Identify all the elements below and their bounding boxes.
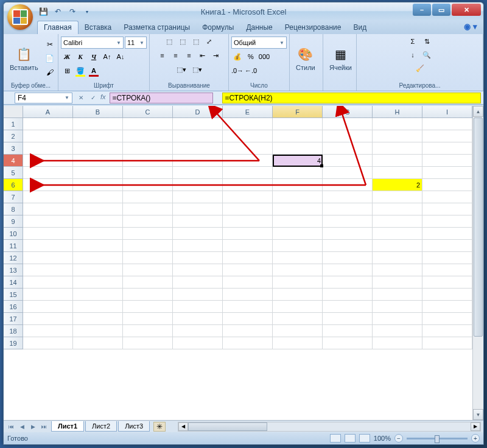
cell-C19[interactable]	[123, 337, 173, 349]
merge-button[interactable]: ⬚▾	[190, 63, 205, 75]
cell-G3[interactable]	[323, 142, 373, 155]
column-header-E[interactable]: E	[223, 106, 273, 118]
help-icon[interactable]: ◉ ▾	[464, 22, 477, 31]
cell-H14[interactable]	[373, 276, 422, 289]
cell-F14[interactable]	[273, 276, 323, 289]
cell-H9[interactable]	[373, 215, 422, 228]
row-header-9[interactable]: 9	[4, 215, 23, 228]
cells-button[interactable]: ▦Ячейки	[326, 43, 356, 74]
wrap-text-button[interactable]: ⬚▾	[174, 63, 189, 75]
cell-A16[interactable]	[23, 301, 73, 313]
cell-E9[interactable]	[223, 215, 273, 228]
cell-F11[interactable]	[273, 240, 323, 252]
bold-button[interactable]: Ж	[61, 51, 73, 63]
cell-C7[interactable]	[123, 191, 173, 203]
cell-H2[interactable]	[373, 130, 422, 142]
cell-H19[interactable]	[373, 337, 422, 349]
sheet-tab-2[interactable]: Лист2	[85, 421, 117, 432]
cell-I6[interactable]	[422, 179, 472, 191]
column-header-H[interactable]: H	[373, 106, 422, 118]
cell-G12[interactable]	[323, 252, 373, 264]
cell-H10[interactable]	[373, 228, 422, 240]
row-header-11[interactable]: 11	[4, 240, 23, 252]
cell-E4[interactable]	[223, 155, 273, 167]
cell-H17[interactable]	[373, 313, 422, 325]
cell-G9[interactable]	[323, 215, 373, 228]
cell-E15[interactable]	[223, 289, 273, 301]
cell-D18[interactable]	[173, 325, 223, 337]
cell-I13[interactable]	[422, 264, 472, 276]
cell-I12[interactable]	[422, 252, 472, 264]
grow-font-button[interactable]: A↑	[101, 51, 113, 63]
cell-I4[interactable]	[422, 155, 472, 167]
cell-F16[interactable]	[273, 301, 323, 313]
cell-A19[interactable]	[23, 337, 73, 349]
align-center-button[interactable]: ≡	[170, 49, 182, 61]
cell-G19[interactable]	[323, 337, 373, 349]
cell-D19[interactable]	[173, 337, 223, 349]
cell-F6[interactable]	[273, 179, 323, 191]
cell-B11[interactable]	[73, 240, 123, 252]
cell-G10[interactable]	[323, 228, 373, 240]
tab-insert[interactable]: Вставка	[79, 21, 118, 34]
cell-D1[interactable]	[173, 118, 223, 130]
cell-B16[interactable]	[73, 301, 123, 313]
row-header-4[interactable]: 4	[4, 155, 23, 167]
cell-H16[interactable]	[373, 301, 422, 313]
cell-G2[interactable]	[323, 130, 373, 142]
view-pagebreak-button[interactable]	[359, 434, 370, 443]
cell-F12[interactable]	[273, 252, 323, 264]
cell-E13[interactable]	[223, 264, 273, 276]
row-header-18[interactable]: 18	[4, 325, 23, 337]
cell-B5[interactable]	[73, 167, 123, 179]
cell-E3[interactable]	[223, 142, 273, 155]
cell-G18[interactable]	[323, 325, 373, 337]
cell-G4[interactable]	[323, 155, 373, 167]
cell-C11[interactable]	[123, 240, 173, 252]
orientation-button[interactable]: ⤢	[203, 35, 215, 47]
cell-H5[interactable]	[373, 167, 422, 179]
cell-D13[interactable]	[173, 264, 223, 276]
row-header-14[interactable]: 14	[4, 276, 23, 289]
cell-B9[interactable]	[73, 215, 123, 228]
row-header-1[interactable]: 1	[4, 118, 23, 130]
cell-F10[interactable]	[273, 228, 323, 240]
row-header-15[interactable]: 15	[4, 289, 23, 301]
cell-G11[interactable]	[323, 240, 373, 252]
cell-C13[interactable]	[123, 264, 173, 276]
increase-decimal-button[interactable]: .0→	[231, 65, 244, 77]
cell-F7[interactable]	[273, 191, 323, 203]
cell-A13[interactable]	[23, 264, 73, 276]
row-header-5[interactable]: 5	[4, 167, 23, 179]
cell-E10[interactable]	[223, 228, 273, 240]
cell-D4[interactable]	[173, 155, 223, 167]
font-name-combo[interactable]: Calibri▼	[61, 37, 124, 49]
tab-pagelayout[interactable]: Разметка страницы	[117, 21, 196, 34]
cell-D8[interactable]	[173, 203, 223, 215]
cell-H6[interactable]: 2	[373, 179, 422, 191]
cell-G7[interactable]	[323, 191, 373, 203]
comma-button[interactable]: 000	[258, 51, 270, 63]
cell-H1[interactable]	[373, 118, 422, 130]
row-header-12[interactable]: 12	[4, 252, 23, 264]
cells-area[interactable]: 42	[23, 118, 472, 420]
cell-E1[interactable]	[223, 118, 273, 130]
fill-color-button[interactable]: 🪣	[74, 65, 86, 77]
cell-A8[interactable]	[23, 203, 73, 215]
align-top-button[interactable]: ⬚	[163, 35, 175, 47]
scroll-up-button[interactable]: ▲	[473, 106, 483, 117]
cell-C4[interactable]	[123, 155, 173, 167]
italic-button[interactable]: К	[74, 51, 86, 63]
align-right-button[interactable]: ≡	[183, 49, 195, 61]
cell-I14[interactable]	[422, 276, 472, 289]
scroll-down-button[interactable]: ▼	[473, 409, 483, 420]
indent-inc-button[interactable]: ⇥	[210, 49, 222, 61]
row-header-7[interactable]: 7	[4, 191, 23, 203]
cell-B2[interactable]	[73, 130, 123, 142]
insert-function-button[interactable]: fx	[100, 93, 106, 103]
cell-H11[interactable]	[373, 240, 422, 252]
cell-C6[interactable]	[123, 179, 173, 191]
cell-H13[interactable]	[373, 264, 422, 276]
cell-A18[interactable]	[23, 325, 73, 337]
cell-B8[interactable]	[73, 203, 123, 215]
